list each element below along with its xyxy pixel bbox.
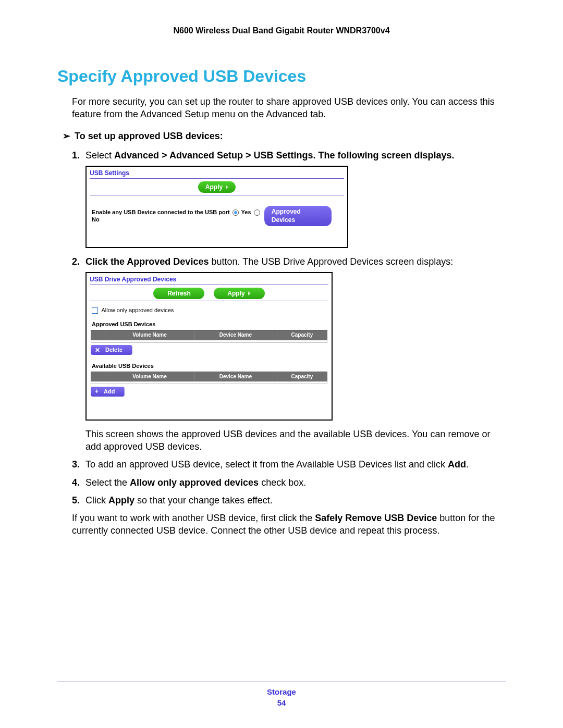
approved-group-label: Approved USB Devices xyxy=(87,320,332,330)
approved-table: Volume Name Device Name Capacity xyxy=(91,330,327,343)
step4-post: check box. xyxy=(259,477,306,488)
task-heading: ➢ To set up approved USB devices: xyxy=(63,130,506,142)
step3-bold: Add xyxy=(448,459,466,470)
refresh-button[interactable]: Refresh xyxy=(153,288,204,299)
step-5: Click Apply so that your change takes ef… xyxy=(82,494,506,507)
arrow-icon: ➢ xyxy=(63,130,72,142)
delete-label: Delete xyxy=(105,346,123,354)
allow-only-checkbox[interactable] xyxy=(92,307,98,314)
divider xyxy=(90,195,344,195)
divider xyxy=(90,301,328,301)
apply-button-2[interactable]: Apply xyxy=(214,288,265,299)
add-button[interactable]: + Add xyxy=(91,387,125,397)
x-icon: ✕ xyxy=(95,347,100,353)
apply-button[interactable]: Apply xyxy=(198,181,236,193)
footer-page-number: 54 xyxy=(57,698,506,707)
radio-yes[interactable] xyxy=(232,209,239,216)
apply-label-2: Apply xyxy=(227,289,244,298)
closing-pre: If you want to work with another USB dev… xyxy=(72,513,315,523)
allow-only-row: Allow only approved devices xyxy=(87,306,332,320)
play-icon xyxy=(226,185,228,189)
yes-label: Yes xyxy=(241,209,251,215)
intro-paragraph: For more security, you can set up the ro… xyxy=(72,95,506,121)
col-capacity: Capacity xyxy=(277,330,327,340)
screenshot-usb-settings: USB Settings Apply Enable any USB Device… xyxy=(85,166,348,248)
approved-devices-button[interactable]: Approved Devices xyxy=(264,206,332,226)
step3-pre: To add an approved USB device, select it… xyxy=(85,459,448,470)
table-header: Volume Name Device Name Capacity xyxy=(91,330,327,340)
step2-bold: Click the Approved Devices xyxy=(85,256,209,267)
enable-label: Enable any USB Device connected to the U… xyxy=(92,209,230,215)
step5-bold: Apply xyxy=(108,495,134,505)
delete-button[interactable]: ✕ Delete xyxy=(91,345,132,355)
step1-bold: Advanced > Advanced Setup > USB Settings… xyxy=(114,150,455,161)
step-3: To add an approved USB device, select it… xyxy=(82,458,506,471)
task-title: To set up approved USB devices: xyxy=(75,131,223,141)
col-device: Device Name xyxy=(194,372,277,381)
screenshot-approved-devices: USB Drive Approved Devices Refresh Apply… xyxy=(85,272,333,421)
step5-pre: Click xyxy=(85,495,108,505)
step2-desc: This screen shows the approved USB devic… xyxy=(85,428,506,453)
col-volume: Volume Name xyxy=(105,372,194,381)
step5-post: so that your change takes effect. xyxy=(134,495,273,505)
step1-pre: Select xyxy=(85,150,114,161)
plus-icon: + xyxy=(95,388,99,394)
doc-header: N600 Wireless Dual Band Gigabit Router W… xyxy=(57,26,506,35)
step-4: Select the Allow only approved devices c… xyxy=(82,476,506,489)
closing-paragraph: If you want to work with another USB dev… xyxy=(72,512,506,537)
allow-only-label: Allow only approved devices xyxy=(101,307,174,313)
no-label: No xyxy=(92,216,100,223)
radio-no[interactable] xyxy=(254,209,260,216)
available-table: Volume Name Device Name Capacity xyxy=(91,372,327,385)
step-2: Click the Approved Devices button. The U… xyxy=(82,255,506,453)
col-device: Device Name xyxy=(194,330,277,340)
table-header: Volume Name Device Name Capacity xyxy=(91,372,327,382)
footer-divider xyxy=(57,682,506,682)
panel-title-usb-settings: USB Settings xyxy=(87,167,347,178)
add-label: Add xyxy=(104,388,115,396)
footer-category: Storage xyxy=(57,687,506,696)
step2-rest: button. The USB Drive Approved Devices s… xyxy=(209,256,453,267)
step4-pre: Select the xyxy=(85,477,130,488)
table-body-empty xyxy=(91,381,327,384)
step4-bold: Allow only approved devices xyxy=(130,477,259,488)
apply-label: Apply xyxy=(205,183,223,191)
available-group-label: Available USB Devices xyxy=(87,362,332,372)
table-body-empty xyxy=(91,340,327,343)
enable-usb-row: Enable any USB Device connected to the U… xyxy=(92,208,264,224)
play-icon xyxy=(248,291,251,295)
col-volume: Volume Name xyxy=(105,330,194,340)
step-1: Select Advanced > Advanced Setup > USB S… xyxy=(82,149,506,248)
section-heading: Specify Approved USB Devices xyxy=(57,67,506,86)
panel-title-approved: USB Drive Approved Devices xyxy=(87,273,332,285)
page-footer: Storage 54 xyxy=(57,682,506,707)
closing-bold: Safely Remove USB Device xyxy=(315,513,437,523)
step3-post: . xyxy=(466,459,469,470)
col-capacity: Capacity xyxy=(277,372,327,381)
